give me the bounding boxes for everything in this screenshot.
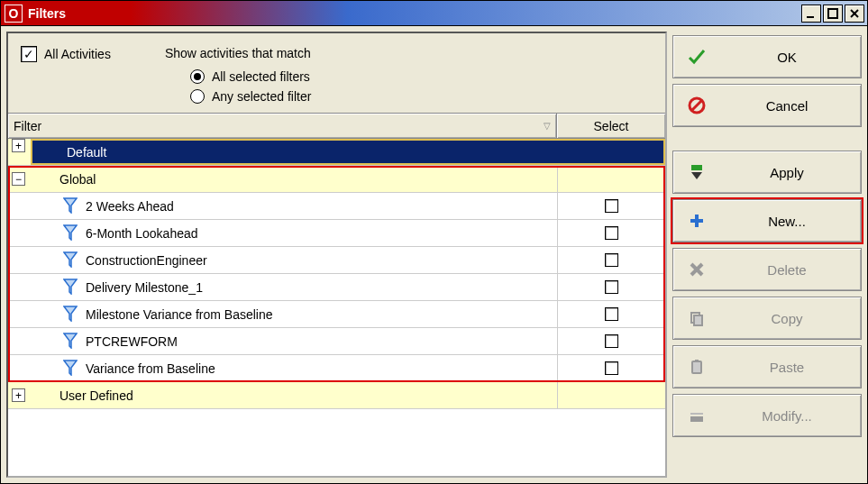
funnel-icon [62, 279, 78, 297]
filter-cell[interactable]: PTCREWFORM [8, 328, 557, 354]
filter-row[interactable]: Variance from Baseline [8, 355, 665, 382]
all-activities-checkbox[interactable]: ✓ [21, 46, 37, 62]
svg-rect-20 [694, 315, 702, 325]
col-filter[interactable]: Filter ▽ [8, 114, 557, 138]
expander-icon[interactable]: + [12, 388, 25, 402]
svg-marker-4 [64, 198, 77, 213]
svg-marker-6 [64, 252, 77, 267]
funnel-icon [62, 333, 78, 351]
group-cell[interactable]: +User Defined [8, 382, 557, 408]
modify-icon [686, 405, 708, 426]
filter-row[interactable]: Delivery Milestone_1 [8, 274, 665, 301]
cancel-button[interactable]: Cancel [672, 84, 862, 127]
group-label: User Defined [54, 388, 133, 403]
left-panel: ✓ All Activities Show activities that ma… [6, 32, 667, 478]
window-controls [801, 5, 867, 23]
svg-rect-13 [691, 165, 702, 170]
svg-line-12 [692, 101, 701, 110]
svg-rect-0 [807, 16, 814, 18]
svg-marker-14 [691, 172, 702, 179]
group-row[interactable]: +User Defined [8, 382, 665, 409]
filter-row[interactable]: ConstructionEngineer [8, 247, 665, 274]
funnel-icon [62, 251, 78, 269]
filter-name: PTCREWFORM [86, 334, 178, 349]
select-checkbox[interactable] [605, 334, 618, 348]
filter-cell[interactable]: ConstructionEngineer [8, 247, 557, 273]
funnel-icon [62, 197, 78, 215]
button-panel: OK Cancel Apply New... [672, 32, 862, 478]
plus-icon [686, 210, 708, 232]
group-row[interactable]: −Global [8, 166, 665, 193]
filter-row[interactable]: 2 Weeks Ahead [8, 193, 665, 220]
copy-button[interactable]: Copy [672, 297, 862, 340]
svg-marker-9 [64, 333, 77, 348]
filter-row[interactable]: PTCREWFORM [8, 328, 665, 355]
group-select-cell [557, 382, 665, 408]
filters-dialog: O Filters ✓ All Activities [0, 0, 868, 484]
filter-name: 6-Month Lookahead [86, 226, 198, 241]
cancel-icon [686, 95, 708, 116]
apply-button[interactable]: Apply [672, 151, 862, 194]
select-cell [557, 328, 665, 354]
select-cell [557, 193, 665, 219]
select-checkbox[interactable] [605, 199, 618, 213]
match-heading: Show activities that match [165, 46, 312, 60]
ok-button[interactable]: OK [672, 35, 862, 78]
select-checkbox[interactable] [605, 253, 618, 267]
select-cell [557, 220, 665, 246]
expander-icon[interactable]: − [12, 172, 25, 186]
svg-marker-5 [64, 225, 77, 240]
radio-any-row: Any selected filter [165, 89, 312, 104]
select-checkbox[interactable] [605, 361, 618, 375]
close-button[interactable] [845, 5, 864, 23]
select-cell [557, 355, 665, 381]
filter-row[interactable]: 6-Month Lookahead [8, 220, 665, 247]
funnel-icon [62, 224, 78, 242]
delete-button[interactable]: Delete [672, 248, 862, 291]
filter-name: 2 Weeks Ahead [86, 199, 174, 214]
group-label: Default [32, 145, 106, 160]
filter-cell[interactable]: Delivery Milestone_1 [8, 274, 557, 300]
delete-icon [686, 259, 708, 280]
group-row[interactable]: +Default [8, 139, 665, 166]
svg-rect-22 [695, 360, 699, 362]
new-button[interactable]: New... [672, 199, 862, 242]
filter-cell[interactable]: Milestone Variance from Baseline [8, 301, 557, 327]
radio-all[interactable] [190, 69, 205, 84]
filter-name: Milestone Variance from Baseline [86, 307, 273, 322]
radio-all-row: All selected filters [165, 69, 312, 84]
expander-icon[interactable]: + [12, 139, 25, 152]
dialog-body: ✓ All Activities Show activities that ma… [1, 26, 867, 483]
funnel-icon [62, 360, 78, 378]
top-controls: ✓ All Activities Show activities that ma… [8, 33, 665, 113]
radio-any-label: Any selected filter [212, 89, 312, 104]
paste-button[interactable]: Paste [672, 345, 862, 388]
select-checkbox[interactable] [605, 226, 618, 240]
group-cell[interactable]: Default [31, 139, 665, 165]
group-label: Global [54, 172, 96, 187]
svg-rect-21 [692, 361, 701, 373]
select-cell [557, 301, 665, 327]
filter-row[interactable]: Milestone Variance from Baseline [8, 301, 665, 328]
modify-button[interactable]: Modify... [672, 394, 862, 437]
select-checkbox[interactable] [605, 307, 618, 321]
filter-cell[interactable]: Variance from Baseline [8, 355, 557, 381]
col-select[interactable]: Select [557, 114, 665, 138]
svg-marker-7 [64, 279, 77, 294]
funnel-icon [62, 306, 78, 324]
select-checkbox[interactable] [605, 280, 618, 294]
minimize-button[interactable] [801, 5, 821, 23]
filter-name: ConstructionEngineer [86, 253, 207, 268]
filter-cell[interactable]: 6-Month Lookahead [8, 220, 557, 246]
match-options: Show activities that match All selected … [165, 46, 312, 104]
svg-rect-1 [828, 9, 837, 18]
filter-cell[interactable]: 2 Weeks Ahead [8, 193, 557, 219]
maximize-button[interactable] [823, 5, 843, 23]
svg-rect-24 [690, 413, 703, 415]
copy-icon [686, 307, 708, 329]
svg-marker-8 [64, 306, 77, 321]
svg-marker-10 [64, 361, 77, 375]
radio-any[interactable] [190, 89, 205, 104]
group-cell[interactable]: −Global [8, 166, 557, 192]
filter-name: Delivery Milestone_1 [86, 280, 203, 295]
